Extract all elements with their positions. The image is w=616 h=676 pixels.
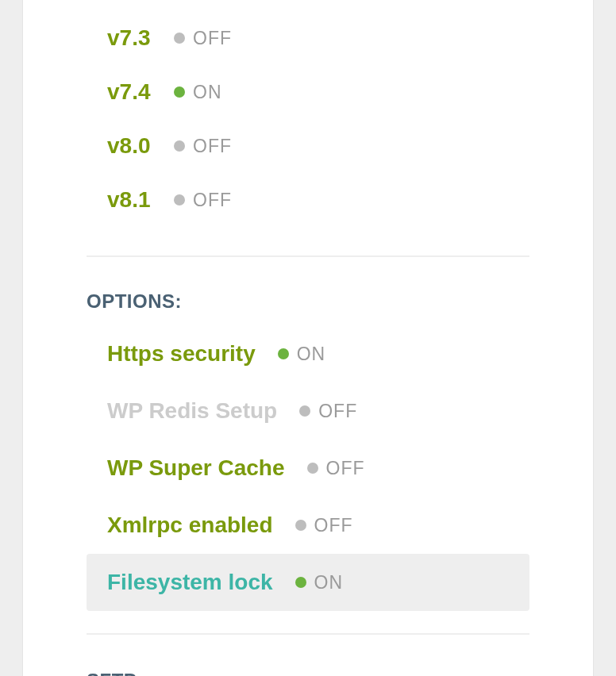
version-item[interactable]: v8.0 OFF [23, 119, 593, 173]
version-item[interactable]: v7.4 ON [23, 65, 593, 119]
status-dot-icon [299, 405, 310, 417]
status-dot-icon [174, 140, 185, 152]
sftp-header: SFTP: [87, 670, 529, 676]
option-label: Filesystem lock [107, 570, 273, 595]
version-label: v8.0 [107, 133, 174, 159]
options-list: Https security ON WP Redis Setup OFF WP … [23, 325, 593, 633]
status-dot-icon [295, 520, 306, 531]
status-dot-icon [307, 463, 318, 474]
option-status: OFF [326, 458, 365, 479]
options-header: OPTIONS: [23, 257, 593, 325]
settings-panel: v7.3 OFF v7.4 ON v8.0 OFF v8.1 OFF OPTIO… [22, 0, 594, 676]
option-xmlrpc-enabled[interactable]: Xmlrpc enabled OFF [23, 497, 593, 554]
option-https-security[interactable]: Https security ON [23, 325, 593, 382]
version-label: v7.4 [107, 79, 174, 105]
php-version-list: v7.3 OFF v7.4 ON v8.0 OFF v8.1 OFF [23, 0, 593, 255]
status-dot-icon [174, 86, 185, 98]
option-status: ON [314, 572, 344, 593]
status-dot-icon [278, 348, 289, 359]
sftp-section: SFTP: Host: copy [23, 635, 593, 676]
option-status: OFF [318, 401, 357, 422]
option-wp-super-cache[interactable]: WP Super Cache OFF [23, 440, 593, 497]
option-status: ON [297, 344, 326, 365]
version-status: OFF [193, 28, 232, 49]
status-dot-icon [295, 577, 306, 588]
option-status: OFF [314, 515, 353, 536]
option-wp-redis-setup: WP Redis Setup OFF [23, 382, 593, 440]
version-item[interactable]: v8.1 OFF [23, 173, 593, 227]
status-dot-icon [174, 194, 185, 205]
version-status: ON [193, 82, 222, 103]
status-dot-icon [174, 33, 185, 44]
option-filesystem-lock[interactable]: Filesystem lock ON [87, 554, 529, 611]
version-label: v8.1 [107, 187, 174, 213]
version-label: v7.3 [107, 25, 174, 51]
version-item[interactable]: v7.3 OFF [23, 11, 593, 65]
option-label: WP Super Cache [107, 455, 285, 481]
version-status: OFF [193, 190, 232, 211]
option-label: Xmlrpc enabled [107, 513, 273, 538]
option-label: WP Redis Setup [107, 398, 277, 424]
version-status: OFF [193, 136, 232, 157]
option-label: Https security [107, 341, 256, 367]
